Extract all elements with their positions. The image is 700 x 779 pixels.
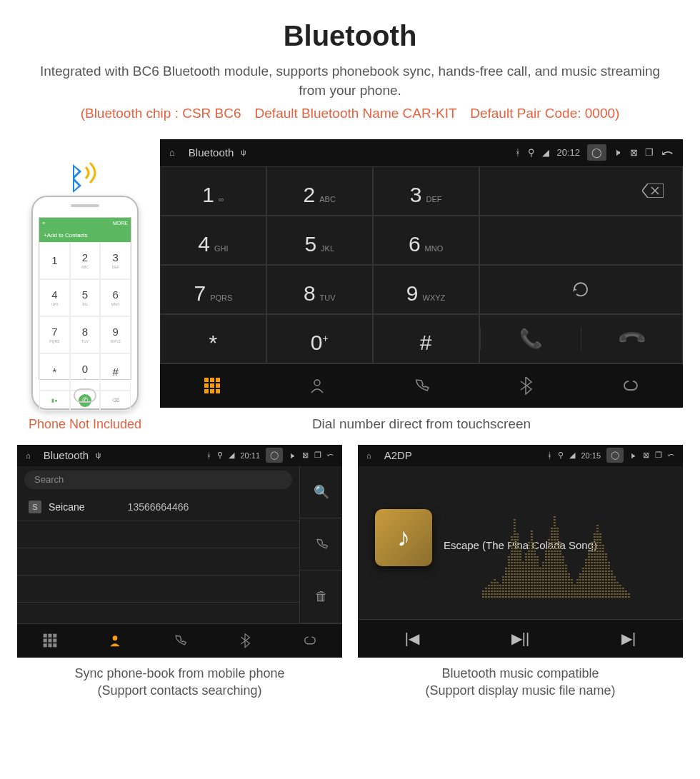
nav-dialpad[interactable] xyxy=(17,623,82,658)
dial-key-8[interactable]: 8TUV xyxy=(266,265,373,314)
phone-key-1: 1 xyxy=(39,242,70,279)
close-icon[interactable]: ⊠ xyxy=(302,451,309,460)
volume-icon[interactable]: 🕨 xyxy=(289,451,296,460)
side-search-button[interactable]: 🔍 xyxy=(299,466,342,518)
side-delete-button[interactable]: 🗑 xyxy=(299,571,342,623)
dial-key-*[interactable]: * xyxy=(160,314,266,363)
phone-key-0: 0+ xyxy=(70,353,101,391)
music-panel: ⌂ A2DP ᚼ ⚲ ◢ 20:15 ◯ 🕨 ⊠ ❐ ⤺ Escape (The… xyxy=(358,445,683,658)
music-visualizer xyxy=(444,516,669,598)
volume-icon[interactable]: 🕨 xyxy=(629,451,637,460)
nav-bluetooth[interactable] xyxy=(212,623,277,658)
contact-number: 13566664466 xyxy=(128,501,189,513)
page-spec: (Bluetooth chip : CSR BC6 Default Blueto… xyxy=(29,104,671,124)
page-desc: Integrated with BC6 Bluetooth module, su… xyxy=(29,62,671,100)
screenshot-icon[interactable]: ◯ xyxy=(587,144,606,161)
redial-button[interactable] xyxy=(479,265,683,314)
nav-recent[interactable] xyxy=(147,623,212,658)
dial-key-3[interactable]: 3DEF xyxy=(373,166,479,216)
phone-key-8: 8TUV xyxy=(70,316,101,353)
dial-key-9[interactable]: 9WXYZ xyxy=(373,265,479,314)
bluetooth-signal-icon xyxy=(60,159,103,198)
dial-key-2[interactable]: 2ABC xyxy=(266,166,373,216)
nav-dialpad[interactable] xyxy=(160,363,264,408)
home-icon[interactable]: ⌂ xyxy=(26,451,31,460)
phone-video-call-icon: ▮● xyxy=(39,391,70,411)
close-icon[interactable]: ⊠ xyxy=(630,147,638,158)
phone-mockup: ≡MORE + Add to Contacts 12ABC3DEF4GHI5JK… xyxy=(31,196,139,410)
status-bar: ⌂ Bluetooth ψ ᚼ ⚲ ◢ 20:12 ◯ 🕨 ⊠ ❐ ⤺ xyxy=(160,139,683,166)
status-title-music: A2DP xyxy=(384,449,412,461)
phonebook-panel: ⌂ Bluetooth ψ ᚼ ⚲ ◢ 20:11 ◯ 🕨 ⊠ ❐ ⤺ Sear… xyxy=(17,445,342,658)
bluetooth-icon: ᚼ xyxy=(547,451,552,460)
bluetooth-icon: ᚼ xyxy=(206,451,211,460)
dial-key-0[interactable]: 0+ xyxy=(266,314,373,363)
nav-contacts[interactable] xyxy=(82,623,147,658)
contact-name: Seicane xyxy=(49,501,85,513)
home-icon[interactable]: ⌂ xyxy=(169,147,175,158)
svg-point-1 xyxy=(112,636,117,641)
close-icon[interactable]: ⊠ xyxy=(643,451,649,460)
back-icon[interactable]: ⤺ xyxy=(668,451,674,460)
backspace-button[interactable] xyxy=(479,166,683,216)
call-button[interactable]: 📞 xyxy=(480,328,581,350)
contact-row[interactable]: S Seicane 13566664466 xyxy=(17,493,299,521)
phone-key-6: 6MNO xyxy=(100,279,131,316)
volume-icon[interactable]: 🕨 xyxy=(614,147,623,158)
phone-more-label: MORE xyxy=(113,221,128,226)
contact-initial: S xyxy=(29,501,41,513)
dial-key-7[interactable]: 7PQRS xyxy=(160,265,266,314)
phone-key-*: * xyxy=(39,353,70,391)
headunit-dialer: ⌂ Bluetooth ψ ᚼ ⚲ ◢ 20:12 ◯ 🕨 ⊠ ❐ ⤺ 1∞2A… xyxy=(160,139,683,408)
search-input[interactable]: Search xyxy=(24,471,292,489)
status-title: Bluetooth xyxy=(189,146,234,159)
phone-add-contacts: Add to Contacts xyxy=(47,232,88,238)
nav-recent[interactable] xyxy=(369,363,474,408)
status-title-pb: Bluetooth xyxy=(44,449,89,461)
side-call-button[interactable] xyxy=(299,518,342,571)
phone-key-9: 9WXYZ xyxy=(100,316,131,353)
back-icon[interactable]: ⤺ xyxy=(327,451,334,460)
clock-text: 20:11 xyxy=(240,451,260,460)
wifi-icon: ◢ xyxy=(542,147,549,158)
play-pause-button[interactable]: ▶|| xyxy=(466,619,575,658)
dial-key-5[interactable]: 5JKL xyxy=(266,216,373,265)
status-bar-pb: ⌂ Bluetooth ψ ᚼ ⚲ ◢ 20:11 ◯ 🕨 ⊠ ❐ ⤺ xyxy=(17,445,342,466)
phone-key-4: 4GHI xyxy=(39,279,70,316)
recent-apps-icon[interactable]: ❐ xyxy=(314,451,321,460)
nav-bluetooth[interactable] xyxy=(474,363,578,408)
nav-pair[interactable] xyxy=(277,623,342,658)
screenshot-icon[interactable]: ◯ xyxy=(266,448,283,463)
nav-pair[interactable] xyxy=(579,363,683,408)
back-icon[interactable]: ⤺ xyxy=(661,144,674,161)
music-caption: Bluetooth music compatible(Support displ… xyxy=(358,665,683,700)
next-track-button[interactable]: ▶| xyxy=(574,619,683,658)
location-icon: ⚲ xyxy=(528,147,535,158)
prev-track-button[interactable]: |◀ xyxy=(358,619,466,658)
dial-key-1[interactable]: 1∞ xyxy=(160,166,266,216)
screenshot-icon[interactable]: ◯ xyxy=(606,448,624,463)
home-icon[interactable]: ⌂ xyxy=(366,451,371,460)
usb-icon: ψ xyxy=(96,451,101,459)
recent-apps-icon[interactable]: ❐ xyxy=(655,451,662,460)
recent-apps-icon[interactable]: ❐ xyxy=(645,147,654,158)
phone-key-#: # xyxy=(100,353,131,391)
usb-icon: ψ xyxy=(241,149,246,156)
phone-key-7: 7PQRS xyxy=(39,316,70,353)
headunit-caption: Dial number direct from touchscreen xyxy=(160,416,683,432)
clock-text: 20:15 xyxy=(581,451,601,460)
dial-key-6[interactable]: 6MNO xyxy=(373,216,479,265)
wifi-icon: ◢ xyxy=(229,451,234,460)
hangup-button[interactable]: 📞 xyxy=(581,328,682,350)
nav-contacts[interactable] xyxy=(264,363,369,408)
dial-key-#[interactable]: # xyxy=(373,314,479,363)
phonebook-caption: Sync phone-book from mobile phone(Suppor… xyxy=(17,665,342,700)
location-icon: ⚲ xyxy=(217,451,223,460)
wifi-icon: ◢ xyxy=(569,451,575,460)
album-art-icon: ♪ xyxy=(375,509,432,566)
phone-backspace-icon: ⌫ xyxy=(100,391,131,411)
phone-caption: Phone Not Included xyxy=(17,417,153,432)
dial-key-4[interactable]: 4GHI xyxy=(160,216,266,265)
svg-point-0 xyxy=(314,380,320,386)
status-bar-music: ⌂ A2DP ᚼ ⚲ ◢ 20:15 ◯ 🕨 ⊠ ❐ ⤺ xyxy=(358,445,683,466)
